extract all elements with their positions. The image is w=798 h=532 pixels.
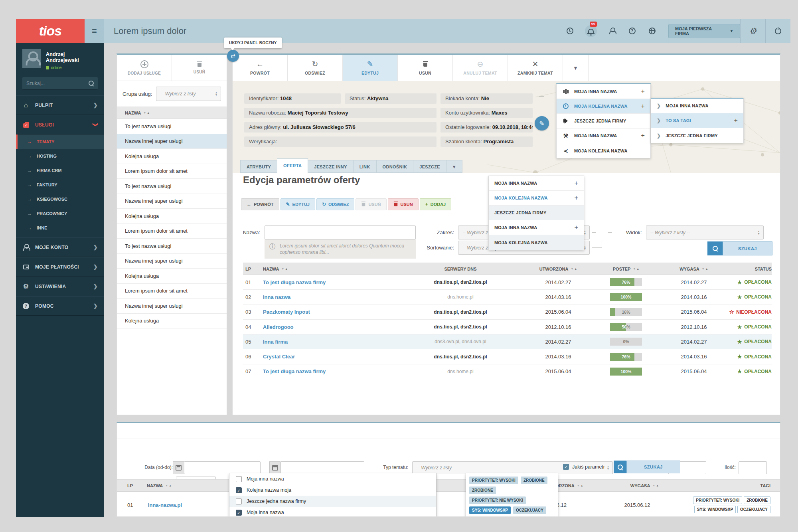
list-item[interactable]: Nazwa innej super usługi [117,194,227,209]
tab-atrybuty[interactable]: ATRYBUTY [240,160,277,173]
menu-item[interactable]: MOJA INNA NAZWA + [557,84,650,99]
list-item[interactable]: Kolejna usługa [117,149,227,164]
bottom-search-button[interactable]: SZUKAJ [614,461,680,473]
menu-item[interactable]: ≺ MOJA KOLEJNA NAZWA [557,143,650,158]
menu-item[interactable]: JESZCZE JEDNA FIRMY [557,114,650,129]
offer-link[interactable]: Crystal Clear [263,354,295,360]
offer-refresh-button[interactable]: ↻ ODSWIEZ [316,198,354,210]
plus-icon[interactable]: + [641,132,645,139]
col-wygasa[interactable]: WYGASA [662,267,726,271]
menu-item[interactable]: MOJA KOLEJNA NAZWA [489,235,584,250]
search-input[interactable] [26,81,89,86]
tag-suggestion-chip[interactable]: PRIORTYTET: WYSOKI [469,477,518,484]
tag-suggestion-chip[interactable]: ZROBIONE [469,487,496,494]
offer-link[interactable]: Alledrogooo [263,324,294,330]
tabs-more-button[interactable]: ▼ [446,160,462,173]
list-item[interactable]: Lorem ipsum dolor sit amet [117,284,227,299]
qty-input[interactable] [739,461,767,474]
help-button[interactable] [627,26,637,36]
plus-icon[interactable]: + [641,88,645,95]
tag-suggestion-chip[interactable]: OCZEKUJACY [513,506,546,514]
widok-select[interactable]: -- Wybierz z listy -- [646,225,764,239]
calendar-button[interactable] [173,461,184,474]
language-button[interactable] [647,26,657,36]
settings-button[interactable]: ⚙ [741,19,765,43]
menu-item[interactable]: MOJA KOLEJNA NAZWA + [489,191,584,206]
menu-item[interactable]: MOJA INNA NAZWA + [489,176,584,191]
logout-button[interactable] [766,19,790,43]
table-row[interactable]: 05 Inna firma dns3.ovh.pl, dns4.ovh.pl 2… [243,334,772,349]
list-item[interactable]: Lorem ipsum dolor sit amet [117,224,227,239]
plus-icon[interactable]: + [574,180,578,187]
back-button[interactable]: ← POWRÓT [233,55,288,81]
list-item[interactable]: To jest nazwa usługi [117,179,227,194]
list-item[interactable]: Lorem ipsum dolor sit amet [117,164,227,179]
sidebar-item-pomoc[interactable]: POMOC ❯ [16,296,104,316]
tab-odnosnik[interactable]: ODNOŚNIK [377,160,414,173]
list-item[interactable]: Nazwa innej super usługi [117,134,227,149]
refresh-button[interactable]: ↻ ODŚWIEŻ [288,55,343,81]
checkbox[interactable] [236,476,242,482]
table-row[interactable]: 07 To jest długa nazwa firmy dns.home.pl… [243,364,772,379]
bottom-table-row[interactable]: 01 Inna-nazwa.pl 2015.06.12 2015.06.12 P… [127,492,770,517]
list-item[interactable]: To jest nazwa usługi [117,119,227,134]
menu-item[interactable]: MOJA KOLEJNA NAZWA + [557,99,650,114]
submenu-item[interactable]: ❯ MOJA INNA NAZWA [651,99,743,113]
list-item[interactable]: Nazwa innej super usługi [117,299,227,314]
tag-suggestion-chip[interactable]: PRIORTYTET: NIE WYSOKI [469,496,526,504]
offer-edit-button[interactable]: ✎ EDYTUJ [280,198,315,210]
company-selector-button[interactable]: MOJA PIERWSZA FIRMA ▼ [668,24,740,38]
col-utworzona[interactable]: UTWORZONA [526,267,590,271]
tag-suggestion-chip[interactable]: ZROBIONE [521,477,547,484]
col-nazwa[interactable]: NAZWA [263,267,395,271]
sidebar-item-uslugi[interactable]: USŁUGI ❯ [16,115,104,134]
table-row[interactable]: 03 Paczkomaty Inpost dns.tios.pl, dsn2.t… [243,305,772,320]
offer-link[interactable]: Inna nazwa [263,294,290,300]
edit-fields-button[interactable]: ✎ [535,116,549,131]
table-row[interactable]: 06 Crystal Clear dns.tios.pl, dsn2.tios.… [243,349,772,364]
tab-jeszcze-inny[interactable]: JESZCZE INNY [308,160,353,173]
close-topic-button[interactable]: ✕ ZAMKNIJ TEMAT [508,55,563,81]
offer-delete-button[interactable]: USUN [388,198,419,210]
tab-link[interactable]: LINK [354,160,377,173]
table-row[interactable]: 02 Inna nazwa dns.home.pl 2014.03.16 100… [243,290,772,305]
col-wygasa[interactable]: WYGASA [616,483,673,488]
date-from-input[interactable] [184,461,261,474]
submenu-item[interactable]: ❯ TO SA TAGI + [651,113,743,128]
param-checkbox[interactable] [563,464,569,471]
tag-suggestion-chip[interactable]: PRIORTYTET: BARDZO WYSOKI [469,516,536,517]
sidebar-subitem-pracownicy[interactable]: → PRACOWNICY [16,206,104,221]
services-column-header[interactable]: NAZWA [117,107,227,119]
dropdown-option[interactable]: Moja inna nazwa [229,507,436,517]
list-item[interactable]: To jest nazwa usługi [117,239,227,254]
menu-item[interactable]: MOJA INNA NAZWA + [489,220,584,235]
table-row[interactable]: 01 To jest długa nazwa firmy dns.tios.pl… [243,275,772,290]
offer-link[interactable]: Inna firma [263,339,288,345]
delete-button[interactable]: USUŃ [398,55,453,81]
plus-icon[interactable]: + [641,103,645,110]
sidebar-subitem-inne[interactable]: → INNE [16,221,104,235]
offer-back-button[interactable]: ← POWRÓT [241,198,279,210]
tab-jeszcze[interactable]: JESZCZE [413,160,446,173]
history-clock-button[interactable] [565,26,575,36]
tag-suggestion-chip[interactable]: SYS: WINDOWSXP [469,506,511,514]
dropdown-option[interactable]: Moja inna nazwa [229,473,436,485]
result-link[interactable]: Inna-nazwa.pl [148,502,182,508]
offer-add-button[interactable]: + DODAJ [420,198,452,210]
name-filter-input[interactable] [265,225,416,239]
list-item[interactable]: Kolejna usługa [117,314,227,329]
plus-icon[interactable]: + [734,117,738,124]
menu-item[interactable]: ⚒ MOJA INNA NAZWA + [557,129,650,143]
hide-side-panel-button[interactable]: ⇄ [227,50,239,62]
checkbox[interactable] [236,498,242,504]
offer-link[interactable]: To jest długa nazwa firmy [263,279,326,285]
checkbox[interactable] [236,487,242,493]
user-account-button[interactable] [607,26,617,36]
brand-logo[interactable]: tios [16,19,85,43]
plus-icon[interactable]: + [574,224,578,231]
dropdown-option[interactable]: Jeszcze jedna nazwa firmy [229,496,436,507]
sidebar-subitem-firma-crm[interactable]: → FIRMA CRM [16,163,104,178]
sidebar-subitem-hosting[interactable]: → HOSTING [16,149,104,163]
table-row[interactable]: 04 Alledrogooo dns.tios.pl, dsn2.tios.pl… [243,320,772,334]
sidebar-subitem-tematy[interactable]: → TEMATY [16,134,104,149]
